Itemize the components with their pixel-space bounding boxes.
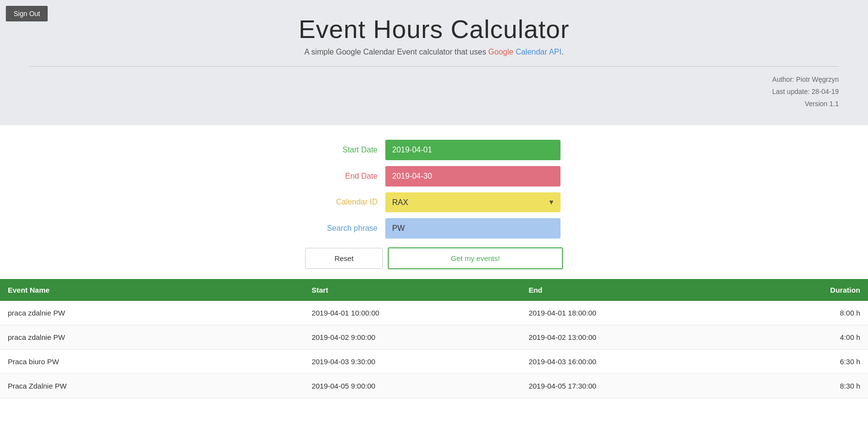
col-end: End [521, 279, 738, 301]
sign-out-button[interactable]: Sign Out [6, 6, 48, 21]
calendar-id-label: Calendar ID [307, 198, 385, 206]
header-section: Sign Out Event Hours Calculator A simple… [0, 0, 868, 125]
header-content: Event Hours Calculator A simple Google C… [0, 15, 868, 56]
cell-event-name: Praca biuro PW [0, 349, 304, 373]
cell-end: 2019-04-05 17:30:00 [521, 373, 738, 398]
calendar-id-select[interactable]: RAX Primary Work Personal [385, 192, 561, 212]
last-update-text: Last update: 28-04-19 [0, 86, 839, 98]
subtitle-text: A simple Google Calendar Event calculato… [305, 48, 488, 56]
page-title: Event Hours Calculator [0, 15, 868, 44]
get-events-button[interactable]: Get my events! [388, 247, 563, 269]
cell-end: 2019-04-02 13:00:00 [521, 325, 738, 349]
calendar-id-select-wrapper: RAX Primary Work Personal ▼ [385, 192, 561, 212]
table-row: praca zdalnie PW 2019-04-01 10:00:00 201… [0, 301, 868, 325]
cell-end: 2019-04-01 18:00:00 [521, 301, 738, 325]
subtitle-period: . [561, 48, 563, 56]
start-date-label: Start Date [307, 146, 385, 154]
table-row: praca zdalnie PW 2019-04-02 9:00:00 2019… [0, 325, 868, 349]
search-phrase-label: Search phrase [307, 224, 385, 233]
end-date-label: End Date [307, 172, 385, 181]
col-event-name: Event Name [0, 279, 304, 301]
cell-duration: 8:30 h [738, 373, 868, 398]
version-text: Version 1.1 [0, 98, 839, 110]
table-row: Praca Zdalnie PW 2019-04-05 9:00:00 2019… [0, 373, 868, 398]
cell-duration: 6:30 h [738, 349, 868, 373]
cell-start: 2019-04-05 9:00:00 [304, 373, 521, 398]
start-date-row: Start Date [0, 140, 868, 160]
cell-duration: 8:00 h [738, 301, 868, 325]
buttons-row: Reset Get my events! [0, 247, 868, 269]
table-header-row: Event Name Start End Duration [0, 279, 868, 301]
cell-event-name: Praca Zdalnie PW [0, 373, 304, 398]
google-link[interactable]: Google [488, 48, 514, 56]
table-section: Event Name Start End Duration praca zdal… [0, 279, 868, 398]
col-start: Start [304, 279, 521, 301]
subtitle: A simple Google Calendar Event calculato… [0, 48, 868, 56]
start-date-input[interactable] [385, 140, 561, 160]
col-duration: Duration [738, 279, 868, 301]
form-section: Start Date End Date Calendar ID RAX Prim… [0, 125, 868, 269]
header-meta: Author: Piotr Węgrzyn Last update: 28-04… [0, 67, 868, 115]
author-text: Author: Piotr Węgrzyn [0, 74, 839, 86]
cell-duration: 4:00 h [738, 325, 868, 349]
end-date-input[interactable] [385, 166, 561, 186]
search-phrase-row: Search phrase [0, 218, 868, 239]
calendar-api-link[interactable]: Calendar API [516, 48, 561, 56]
cell-end: 2019-04-03 16:00:00 [521, 349, 738, 373]
search-phrase-input[interactable] [385, 218, 561, 239]
reset-button[interactable]: Reset [305, 248, 383, 269]
table-header: Event Name Start End Duration [0, 279, 868, 301]
events-table: Event Name Start End Duration praca zdal… [0, 279, 868, 398]
cell-event-name: praca zdalnie PW [0, 301, 304, 325]
table-row: Praca biuro PW 2019-04-03 9:30:00 2019-0… [0, 349, 868, 373]
calendar-id-row: Calendar ID RAX Primary Work Personal ▼ [0, 192, 868, 212]
end-date-row: End Date [0, 166, 868, 186]
cell-event-name: praca zdalnie PW [0, 325, 304, 349]
cell-start: 2019-04-02 9:00:00 [304, 325, 521, 349]
cell-start: 2019-04-03 9:30:00 [304, 349, 521, 373]
table-body: praca zdalnie PW 2019-04-01 10:00:00 201… [0, 301, 868, 398]
cell-start: 2019-04-01 10:00:00 [304, 301, 521, 325]
